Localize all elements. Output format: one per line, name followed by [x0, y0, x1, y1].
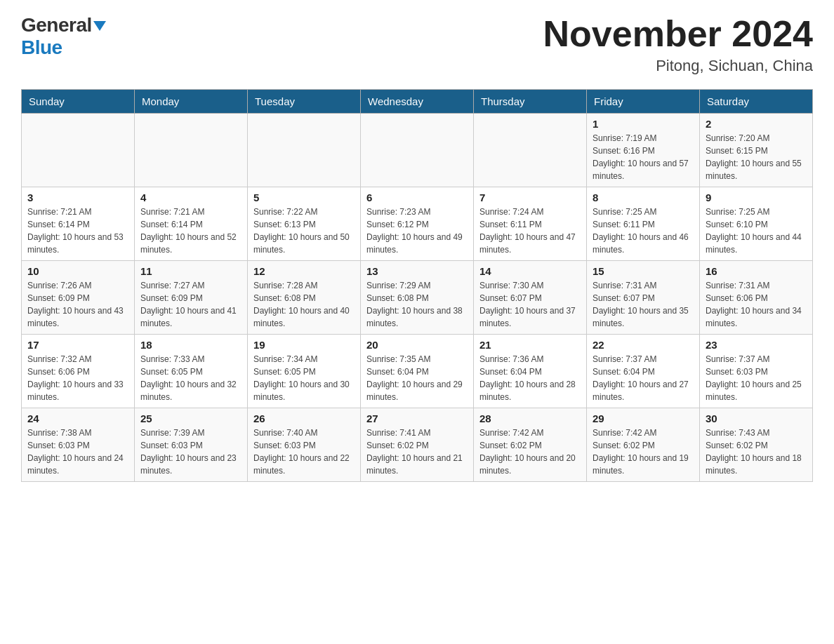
calendar-cell: 6Sunrise: 7:23 AMSunset: 6:12 PMDaylight… — [361, 187, 474, 261]
calendar-cell: 13Sunrise: 7:29 AMSunset: 6:08 PMDayligh… — [361, 261, 474, 335]
logo-triangle-icon — [93, 21, 106, 31]
weekday-header-monday: Monday — [135, 90, 248, 114]
calendar-cell — [248, 114, 361, 187]
day-number: 2 — [706, 118, 807, 130]
day-info: Sunrise: 7:34 AMSunset: 6:05 PMDaylight:… — [253, 353, 355, 403]
logo: General Blue — [21, 14, 106, 59]
day-number: 7 — [479, 192, 581, 203]
calendar-cell: 15Sunrise: 7:31 AMSunset: 6:07 PMDayligh… — [587, 261, 700, 335]
calendar-cell: 20Sunrise: 7:35 AMSunset: 6:04 PMDayligh… — [361, 335, 474, 408]
day-info: Sunrise: 7:33 AMSunset: 6:05 PMDaylight:… — [140, 353, 241, 403]
calendar-cell: 23Sunrise: 7:37 AMSunset: 6:03 PMDayligh… — [700, 335, 813, 408]
calendar-cell: 12Sunrise: 7:28 AMSunset: 6:08 PMDayligh… — [248, 261, 361, 335]
calendar-cell: 28Sunrise: 7:42 AMSunset: 6:02 PMDayligh… — [474, 408, 587, 482]
day-number: 8 — [593, 192, 694, 203]
day-info: Sunrise: 7:20 AMSunset: 6:15 PMDaylight:… — [706, 132, 807, 182]
day-number: 25 — [140, 412, 241, 424]
day-number: 26 — [253, 412, 355, 424]
calendar-cell: 10Sunrise: 7:26 AMSunset: 6:09 PMDayligh… — [22, 261, 135, 335]
weekday-header-saturday: Saturday — [700, 90, 813, 114]
day-number: 23 — [706, 339, 807, 351]
calendar-table: SundayMondayTuesdayWednesdayThursdayFrid… — [21, 89, 813, 482]
calendar-cell: 3Sunrise: 7:21 AMSunset: 6:14 PMDaylight… — [22, 187, 135, 261]
calendar-cell: 1Sunrise: 7:19 AMSunset: 6:16 PMDaylight… — [587, 114, 700, 187]
calendar-cell — [361, 114, 474, 187]
calendar-cell: 2Sunrise: 7:20 AMSunset: 6:15 PMDaylight… — [700, 114, 813, 187]
calendar-cell: 21Sunrise: 7:36 AMSunset: 6:04 PMDayligh… — [474, 335, 587, 408]
logo-general-text: General — [21, 14, 92, 36]
day-info: Sunrise: 7:43 AMSunset: 6:02 PMDaylight:… — [706, 427, 807, 477]
calendar-cell: 16Sunrise: 7:31 AMSunset: 6:06 PMDayligh… — [700, 261, 813, 335]
title-section: November 2024 Pitong, Sichuan, China — [543, 14, 813, 75]
calendar-cell: 25Sunrise: 7:39 AMSunset: 6:03 PMDayligh… — [135, 408, 248, 482]
day-info: Sunrise: 7:27 AMSunset: 6:09 PMDaylight:… — [140, 279, 241, 330]
weekday-header-thursday: Thursday — [474, 90, 587, 114]
month-title: November 2024 — [543, 14, 813, 54]
day-info: Sunrise: 7:37 AMSunset: 6:04 PMDaylight:… — [593, 353, 694, 403]
day-info: Sunrise: 7:38 AMSunset: 6:03 PMDaylight:… — [27, 427, 128, 477]
calendar-cell: 30Sunrise: 7:43 AMSunset: 6:02 PMDayligh… — [700, 408, 813, 482]
day-number: 24 — [27, 412, 128, 424]
day-number: 17 — [27, 339, 128, 351]
day-info: Sunrise: 7:31 AMSunset: 6:06 PMDaylight:… — [706, 279, 807, 330]
weekday-header-row: SundayMondayTuesdayWednesdayThursdayFrid… — [22, 90, 813, 114]
day-number: 19 — [253, 339, 355, 351]
day-number: 27 — [366, 412, 468, 424]
calendar-cell: 27Sunrise: 7:41 AMSunset: 6:02 PMDayligh… — [361, 408, 474, 482]
day-number: 1 — [593, 118, 694, 130]
logo-top-line: General — [21, 14, 106, 36]
day-number: 6 — [366, 192, 468, 203]
day-info: Sunrise: 7:21 AMSunset: 6:14 PMDaylight:… — [27, 206, 128, 256]
day-info: Sunrise: 7:40 AMSunset: 6:03 PMDaylight:… — [253, 427, 355, 477]
week-row-2: 3Sunrise: 7:21 AMSunset: 6:14 PMDaylight… — [22, 187, 813, 261]
day-info: Sunrise: 7:31 AMSunset: 6:07 PMDaylight:… — [593, 279, 694, 330]
day-number: 4 — [140, 192, 241, 203]
day-info: Sunrise: 7:25 AMSunset: 6:10 PMDaylight:… — [706, 206, 807, 256]
day-number: 16 — [706, 265, 807, 277]
day-info: Sunrise: 7:28 AMSunset: 6:08 PMDaylight:… — [253, 279, 355, 330]
calendar-cell — [474, 114, 587, 187]
weekday-header-sunday: Sunday — [22, 90, 135, 114]
day-number: 10 — [27, 265, 128, 277]
day-info: Sunrise: 7:41 AMSunset: 6:02 PMDaylight:… — [366, 427, 468, 477]
day-number: 14 — [479, 265, 581, 277]
day-info: Sunrise: 7:24 AMSunset: 6:11 PMDaylight:… — [479, 206, 581, 256]
calendar-cell: 17Sunrise: 7:32 AMSunset: 6:06 PMDayligh… — [22, 335, 135, 408]
day-number: 9 — [706, 192, 807, 203]
calendar-cell: 24Sunrise: 7:38 AMSunset: 6:03 PMDayligh… — [22, 408, 135, 482]
day-number: 22 — [593, 339, 694, 351]
day-info: Sunrise: 7:25 AMSunset: 6:11 PMDaylight:… — [593, 206, 694, 256]
day-number: 28 — [479, 412, 581, 424]
day-info: Sunrise: 7:30 AMSunset: 6:07 PMDaylight:… — [479, 279, 581, 330]
day-info: Sunrise: 7:19 AMSunset: 6:16 PMDaylight:… — [593, 132, 694, 182]
calendar-cell: 8Sunrise: 7:25 AMSunset: 6:11 PMDaylight… — [587, 187, 700, 261]
location-title: Pitong, Sichuan, China — [543, 57, 813, 75]
day-info: Sunrise: 7:29 AMSunset: 6:08 PMDaylight:… — [366, 279, 468, 330]
day-info: Sunrise: 7:42 AMSunset: 6:02 PMDaylight:… — [593, 427, 694, 477]
calendar-cell: 11Sunrise: 7:27 AMSunset: 6:09 PMDayligh… — [135, 261, 248, 335]
day-number: 15 — [593, 265, 694, 277]
day-info: Sunrise: 7:26 AMSunset: 6:09 PMDaylight:… — [27, 279, 128, 330]
day-number: 18 — [140, 339, 241, 351]
week-row-4: 17Sunrise: 7:32 AMSunset: 6:06 PMDayligh… — [22, 335, 813, 408]
calendar-cell: 7Sunrise: 7:24 AMSunset: 6:11 PMDaylight… — [474, 187, 587, 261]
page-header: General Blue November 2024 Pitong, Sichu… — [21, 14, 813, 75]
day-info: Sunrise: 7:23 AMSunset: 6:12 PMDaylight:… — [366, 206, 468, 256]
day-number: 29 — [593, 412, 694, 424]
weekday-header-tuesday: Tuesday — [248, 90, 361, 114]
day-number: 11 — [140, 265, 241, 277]
calendar-cell: 9Sunrise: 7:25 AMSunset: 6:10 PMDaylight… — [700, 187, 813, 261]
calendar-cell: 19Sunrise: 7:34 AMSunset: 6:05 PMDayligh… — [248, 335, 361, 408]
calendar-cell: 18Sunrise: 7:33 AMSunset: 6:05 PMDayligh… — [135, 335, 248, 408]
day-number: 5 — [253, 192, 355, 203]
weekday-header-friday: Friday — [587, 90, 700, 114]
day-number: 12 — [253, 265, 355, 277]
day-info: Sunrise: 7:21 AMSunset: 6:14 PMDaylight:… — [140, 206, 241, 256]
weekday-header-wednesday: Wednesday — [361, 90, 474, 114]
day-info: Sunrise: 7:42 AMSunset: 6:02 PMDaylight:… — [479, 427, 581, 477]
day-info: Sunrise: 7:35 AMSunset: 6:04 PMDaylight:… — [366, 353, 468, 403]
day-info: Sunrise: 7:37 AMSunset: 6:03 PMDaylight:… — [706, 353, 807, 403]
day-number: 3 — [27, 192, 128, 203]
calendar-cell: 29Sunrise: 7:42 AMSunset: 6:02 PMDayligh… — [587, 408, 700, 482]
calendar-cell — [135, 114, 248, 187]
